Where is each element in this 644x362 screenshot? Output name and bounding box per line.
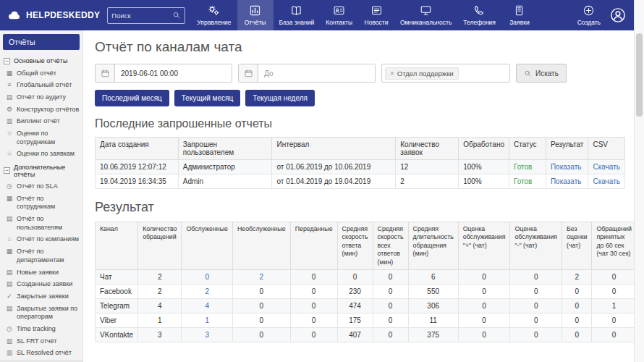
- sidebar-item[interactable]: ⌂Отчёт по компаниям: [0, 234, 82, 246]
- metric-cell: 0: [373, 313, 408, 328]
- date-from-field: [95, 64, 232, 83]
- sidebar-item-label: Отчёт по аудиту: [17, 93, 66, 102]
- sidebar-item-label: Закрытые заявки: [17, 292, 69, 301]
- vertical-scrollbar[interactable]: [634, 0, 644, 362]
- sidebar-item[interactable]: ▦Отчёт по департаментам: [0, 246, 82, 266]
- sidebar-group-label: Дополнительные отчёты: [14, 164, 79, 178]
- csv-cell: Скачать: [588, 160, 625, 174]
- nav-label: Заявки: [509, 19, 529, 26]
- sidebar-item[interactable]: ▤Отчёт по пользователям: [0, 214, 82, 234]
- drill-down-link[interactable]: 3: [205, 331, 209, 339]
- search-reports-button[interactable]: Искать: [516, 64, 567, 83]
- department-chip: × Отдел поддержки: [385, 67, 459, 80]
- sidebar-group-header[interactable]: −Дополнительные отчёты: [0, 161, 82, 181]
- sidebar-item[interactable]: ▤Отчёт по аудиту: [0, 91, 82, 104]
- sidebar-item[interactable]: ▤Созданные заявки: [0, 279, 82, 291]
- drill-down-link[interactable]: 4: [205, 302, 209, 310]
- nav-item-manage[interactable]: Управление: [191, 0, 237, 30]
- sidebar-item[interactable]: ◷Отчёт по SLA: [0, 181, 82, 193]
- nav-item-tickets[interactable]: Заявки: [501, 0, 538, 30]
- sidebar-group-header[interactable]: −Основные отчёты: [0, 54, 82, 67]
- csv-cell: Скачать: [588, 174, 625, 189]
- column-header: Оценка обслуживания "+" (чат): [458, 222, 510, 270]
- sidebar-item[interactable]: ✓Закрытые заявки: [0, 290, 82, 303]
- sidebar-title[interactable]: Отчёты: [3, 34, 80, 50]
- column-header: Средняя длительность обращения (мин): [408, 222, 458, 270]
- sidebar-item[interactable]: ▦Общий отчёт: [0, 67, 82, 80]
- nav-item-telephony[interactable]: Телефония: [457, 0, 501, 30]
- avatar[interactable]: [609, 7, 627, 24]
- sidebar-item[interactable]: ▥SL FRT отчёт: [0, 335, 82, 348]
- drill-down-link[interactable]: 2: [205, 287, 209, 295]
- collapse-icon[interactable]: −: [4, 167, 10, 174]
- nav-item-omnichannel[interactable]: Омниканальность: [394, 0, 457, 30]
- drill-down-link[interactable]: 1: [205, 316, 209, 324]
- sidebar-item-label: SL Resolved отчёт: [17, 349, 72, 358]
- quick-button-1[interactable]: Текущий месяц: [174, 90, 240, 106]
- quick-button-0[interactable]: Последний месяц: [95, 90, 169, 106]
- news-icon: [370, 4, 383, 17]
- metric-cell: 2: [232, 270, 290, 285]
- remove-chip-icon[interactable]: ×: [390, 70, 394, 77]
- plus-icon: [582, 4, 595, 17]
- sidebar-item[interactable]: ▤Закрытые заявки по операторам: [0, 303, 82, 323]
- calendar-icon[interactable]: [239, 64, 258, 82]
- scrollbar-thumb[interactable]: [636, 33, 643, 117]
- metric-cell: 0: [290, 328, 337, 342]
- topbar-search: [107, 7, 185, 24]
- date-from-input[interactable]: [115, 64, 232, 82]
- main-content: Отчёт по каналам чата × Отдел поддержки: [83, 30, 634, 362]
- nav-item-news[interactable]: Новости: [358, 0, 394, 30]
- quick-button-2[interactable]: Текущая неделя: [245, 90, 315, 106]
- metric-cell: 407: [337, 328, 373, 342]
- document-icon: ▤: [6, 280, 13, 289]
- create-button[interactable]: Создать: [577, 4, 601, 26]
- calendar-icon[interactable]: [96, 64, 115, 82]
- sidebar-item[interactable]: ≡Глобальный отчёт: [0, 80, 82, 92]
- metric-cell: 0: [458, 313, 510, 328]
- sidebar-item[interactable]: ☆Оценки по заявкам: [0, 148, 82, 161]
- date-to-input[interactable]: [258, 64, 375, 82]
- result-title: Результат: [95, 200, 625, 215]
- brand-logo[interactable]: HELPDESKEDDY: [0, 0, 107, 30]
- department-filter-input[interactable]: × Отдел поддержки: [381, 64, 510, 83]
- recent-reports-title: Последние запрошенные отчеты: [95, 117, 625, 130]
- sidebar-item[interactable]: ▥Биллинг отчёт: [0, 116, 82, 128]
- nav-item-reports[interactable]: Отчёты: [237, 0, 274, 30]
- user-avatar-icon: [609, 7, 627, 24]
- sidebar-item-label: Отчёт по SLA: [17, 182, 58, 191]
- collapse-icon[interactable]: −: [4, 58, 10, 64]
- sidebar: Отчёты −Основные отчёты▦Общий отчёт≡Глоб…: [0, 30, 83, 362]
- monitor-icon: [420, 4, 432, 17]
- metric-cell: 0: [592, 285, 634, 299]
- show-report-link[interactable]: Показать: [551, 163, 582, 171]
- nav-item-knowledge-base[interactable]: База знаний: [274, 0, 321, 30]
- download-csv-link[interactable]: Скачать: [593, 163, 620, 171]
- nav-item-contacts[interactable]: Контакты: [320, 0, 358, 30]
- drill-down-link[interactable]: 0: [205, 273, 209, 281]
- cell: 2: [396, 174, 459, 189]
- sidebar-item-label: Созданные заявки: [17, 280, 72, 289]
- sidebar-item[interactable]: ▤Новые заявки: [0, 266, 82, 279]
- sidebar-item[interactable]: ⚙Конструктор отчётов: [0, 104, 82, 116]
- sidebar-item[interactable]: ⇄Отчёт по каналам чата: [0, 360, 82, 362]
- metric-cell: 3: [182, 328, 233, 342]
- sidebar-item-label: Time tracking: [17, 325, 56, 334]
- show-report-link[interactable]: Показать: [551, 177, 582, 185]
- date-to-field: [238, 64, 376, 83]
- sidebar-item[interactable]: ◷Time tracking: [0, 323, 82, 335]
- sidebar-item[interactable]: ▥SL Resolved отчёт: [0, 348, 82, 360]
- drill-down-link[interactable]: 2: [260, 273, 264, 281]
- result-cell: Показать: [546, 174, 588, 189]
- metric-cell: 0: [232, 285, 290, 299]
- search-input[interactable]: [111, 12, 172, 20]
- metric-cell: 0: [337, 270, 373, 285]
- search-icon[interactable]: [172, 11, 181, 20]
- column-header: Обслуженные: [182, 222, 233, 270]
- download-csv-link[interactable]: Скачать: [593, 177, 620, 185]
- sidebar-item[interactable]: ☆Оценки по сотрудникам: [0, 127, 82, 148]
- column-header: Количество заявок: [396, 138, 459, 160]
- star-icon: ☆: [6, 150, 13, 159]
- channel-row: Viber110017501100001: [96, 313, 635, 328]
- sidebar-item[interactable]: ▦Отчёт по сотрудникам: [0, 193, 82, 213]
